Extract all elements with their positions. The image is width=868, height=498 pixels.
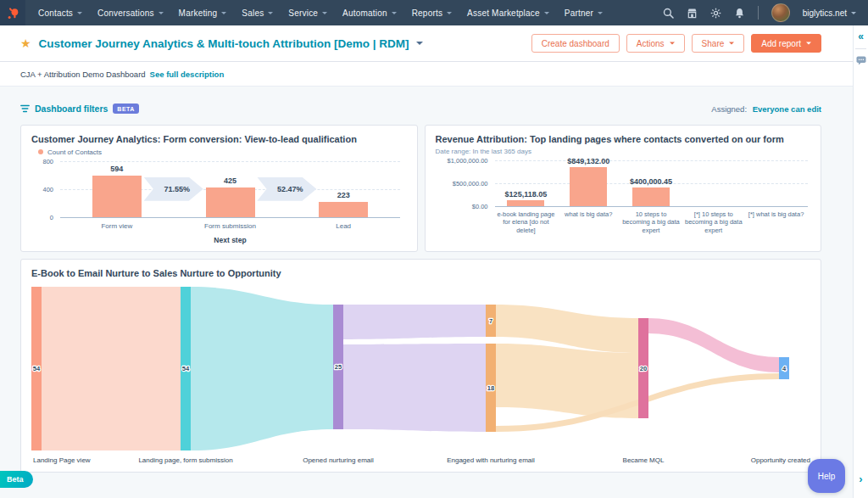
nav-item-label: Conversations	[97, 8, 154, 18]
app-window: ContactsConversationsMarketingSalesServi…	[0, 0, 868, 498]
revenue-bar[interactable]	[570, 167, 607, 206]
settings-gear-icon[interactable]	[710, 8, 721, 19]
dashboard-filters-label: Dashboard filters	[35, 104, 108, 114]
sankey-column-labels: Landing Page viewLanding page, form subm…	[31, 456, 810, 468]
sankey-flow[interactable]	[648, 318, 779, 372]
chevron-down-icon	[851, 12, 856, 17]
nav-item-contacts[interactable]: Contacts	[31, 0, 90, 25]
x-axis-category-label: 10 steps to becoming a big data expert	[621, 210, 681, 234]
chevron-down-icon	[670, 42, 675, 48]
nav-item-automation[interactable]: Automation	[335, 0, 404, 25]
legend-dot	[38, 149, 43, 154]
sankey-flow[interactable]	[343, 344, 486, 432]
sankey-flow[interactable]	[191, 287, 333, 450]
dashboard-description: CJA + Attribution Demo Dashboard	[20, 70, 146, 79]
chevron-down-icon	[544, 12, 549, 17]
y-axis-tick-label: 0	[31, 214, 53, 221]
nav-item-label: Marketing	[179, 8, 218, 18]
funnel-bar[interactable]	[92, 176, 142, 217]
legend-label: Count of Contacts	[47, 148, 102, 156]
gridline	[495, 206, 808, 207]
nav-item-label: Reports	[412, 8, 442, 18]
x-axis-category-label: what is big data?	[559, 210, 618, 218]
nav-item-reports[interactable]: Reports	[404, 0, 459, 25]
x-axis-category-label: Form view	[60, 222, 174, 231]
dashboard-filters-toggle[interactable]: Dashboard filters BETA	[20, 104, 139, 114]
actions-button[interactable]: Actions	[626, 34, 685, 53]
filter-icon	[20, 104, 30, 113]
chevron-down-icon	[221, 12, 226, 17]
avatar[interactable]	[771, 3, 790, 22]
chevron-down-icon	[729, 42, 734, 48]
title-dropdown-caret[interactable]	[416, 42, 423, 48]
marketplace-icon[interactable]	[687, 8, 698, 19]
y-axis-tick-label: $0.00	[436, 203, 488, 210]
hubspot-logo[interactable]	[0, 0, 25, 25]
account-menu[interactable]: biglytics.net	[803, 8, 856, 18]
sankey-node-value: 20	[640, 364, 647, 372]
sankey-column-label: Landing Page view	[33, 456, 91, 464]
report-card-revenue: Revenue Attribution: Top landing pages w…	[425, 125, 822, 252]
nav-item-asset-marketplace[interactable]: Asset Marketplace	[459, 0, 557, 25]
report-card-sankey: E-Book to Email Nurture to Sales Nurture…	[20, 259, 821, 473]
see-full-description-link[interactable]: See full description	[150, 70, 225, 79]
nav-item-sales[interactable]: Sales	[234, 0, 281, 25]
y-axis-tick-label: 800	[31, 158, 53, 165]
dashboard-content: Dashboard filters BETA Assigned: Everyon…	[0, 100, 854, 473]
sprocket-icon	[6, 6, 20, 20]
sankey-node-value: 7	[489, 316, 492, 324]
nav-item-conversations[interactable]: Conversations	[90, 0, 171, 25]
favorite-star-icon[interactable]: ★	[20, 36, 31, 50]
funnel-bar[interactable]	[319, 202, 368, 217]
nav-item-label: Automation	[342, 8, 387, 18]
collapse-panel-icon[interactable]: «	[854, 31, 868, 42]
x-axis-category-label: [*] what is big data?	[747, 210, 806, 218]
bar-value-label: $125,118.05	[495, 190, 558, 199]
chevron-down-icon	[598, 12, 603, 17]
main-nav: ContactsConversationsMarketingSalesServi…	[31, 0, 610, 25]
expand-panel-icon[interactable]: ›	[854, 473, 868, 484]
sankey-flow[interactable]	[343, 305, 486, 339]
revenue-bar-chart: $1,000,000.00$500,000.00$0.00$125,118.05…	[436, 160, 811, 242]
nav-item-service[interactable]: Service	[281, 0, 335, 25]
sankey-node-value: 25	[335, 363, 342, 371]
bar-value-label: $849,132.00	[557, 157, 620, 165]
nav-item-label: Service	[288, 8, 318, 18]
revenue-bar[interactable]	[507, 200, 544, 206]
sankey-node-value: 54	[182, 365, 190, 372]
add-report-button[interactable]: Add report	[751, 34, 821, 53]
revenue-bar[interactable]	[632, 187, 670, 206]
sankey-node-value: 18	[487, 383, 494, 391]
gridline	[60, 217, 400, 218]
share-button[interactable]: Share	[692, 34, 745, 53]
x-axis-category-label: Form submission	[174, 222, 287, 231]
sankey-diagram: 545425718204	[31, 285, 810, 455]
nav-item-partner[interactable]: Partner	[557, 0, 610, 25]
y-axis-tick-label: $500,000.00	[436, 180, 488, 187]
funnel-bar[interactable]	[206, 187, 255, 217]
sankey-flow[interactable]	[42, 287, 181, 450]
create-dashboard-button[interactable]: Create dashboard	[531, 34, 620, 53]
funnel-chart: 8004000594Form view425Form submission223…	[31, 161, 407, 249]
nav-item-marketing[interactable]: Marketing	[171, 0, 235, 25]
header-actions: Create dashboard Actions Share Add repor…	[531, 34, 821, 53]
x-axis-category-label: [*] 10 steps to becoming a big data expe…	[684, 210, 743, 234]
report-card-funnel: Customer Journey Analytics: Form convers…	[20, 125, 418, 252]
assigned-everyone-can-edit-link[interactable]: Everyone can edit	[753, 104, 821, 114]
notifications-bell-icon[interactable]	[734, 8, 745, 19]
search-icon[interactable]	[663, 8, 674, 19]
chevron-down-icon	[806, 42, 811, 48]
beta-tag[interactable]: Beta	[0, 471, 33, 488]
chevron-down-icon	[268, 12, 273, 17]
x-axis-category-label: Lead	[287, 222, 400, 231]
sankey-column-label: Opened nurturing email	[303, 456, 374, 464]
y-axis-tick-label: $1,000,000.00	[436, 157, 488, 165]
help-button[interactable]: Help	[808, 459, 845, 493]
comments-icon[interactable]	[854, 56, 868, 65]
page-header: ★ Customer Journey Analytics & Multi-tou…	[0, 25, 854, 87]
page-title: Customer Journey Analytics & Multi-touch…	[39, 37, 409, 50]
nav-divider	[758, 6, 759, 20]
y-axis-tick-label: 400	[31, 186, 53, 193]
create-dashboard-label: Create dashboard	[542, 39, 609, 48]
gridline	[60, 161, 400, 162]
